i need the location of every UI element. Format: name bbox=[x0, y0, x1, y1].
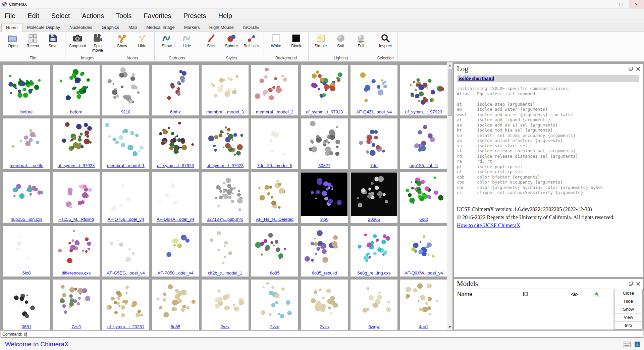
gallery-item[interactable]: AF-Q9XW...odel_v4 bbox=[400, 226, 447, 277]
gallery-item-label[interactable]: membraI..._settle bbox=[3, 163, 50, 169]
save-button[interactable]: Save bbox=[43, 33, 63, 48]
gallery-thumbnail[interactable] bbox=[301, 172, 347, 216]
gallery-item[interactable]: membraI..._settle bbox=[3, 118, 50, 169]
gallery-thumbnail[interactable] bbox=[103, 65, 149, 109]
models-float-icon[interactable] bbox=[629, 282, 633, 286]
gallery-thumbnail[interactable] bbox=[152, 226, 199, 270]
gallery-thumbnail[interactable] bbox=[400, 280, 447, 323]
menu-select[interactable]: Select bbox=[51, 12, 70, 20]
gallery-thumbnail[interactable] bbox=[152, 280, 199, 323]
gallery-thumbnail[interactable] bbox=[3, 119, 50, 162]
gallery-item[interactable]: 9118 bbox=[102, 65, 149, 115]
minimize-button[interactable]: – bbox=[598, 0, 613, 8]
gallery-thumbnail[interactable] bbox=[103, 226, 149, 270]
gallery-item-label[interactable]: membraI...model_3 bbox=[202, 109, 249, 115]
menu-presets[interactable]: Presets bbox=[183, 12, 206, 20]
scroll-down-arrow-icon[interactable] bbox=[447, 324, 452, 330]
gallery-item-label[interactable]: 7drt_20...model_5 bbox=[251, 163, 298, 169]
gallery-thumbnail[interactable] bbox=[202, 119, 248, 162]
gallery-thumbnail[interactable] bbox=[152, 172, 199, 216]
gallery-item[interactable]: uf_symm...t_97923 bbox=[53, 118, 100, 169]
gallery-item[interactable]: 6o85 bbox=[152, 280, 199, 330]
gallery-thumbnail[interactable] bbox=[3, 226, 50, 270]
models-view-button[interactable]: View bbox=[614, 313, 643, 321]
gallery-thumbnail[interactable] bbox=[103, 172, 149, 216]
show-button[interactable]: Show bbox=[112, 33, 132, 48]
gallery-item[interactable]: 2vzv bbox=[202, 280, 249, 330]
gallery-item-label[interactable]: 30827 bbox=[301, 163, 348, 169]
command-input[interactable]: Command: s bbox=[1, 331, 643, 338]
models-column-name[interactable]: Name bbox=[454, 291, 523, 298]
gallery-item[interactable]: 30827 bbox=[301, 118, 348, 169]
gallery-item-label[interactable]: 7zs9 bbox=[53, 324, 100, 330]
full-button[interactable]: Full bbox=[351, 33, 371, 48]
gallery-thumbnail[interactable] bbox=[53, 226, 99, 270]
log-close-icon[interactable] bbox=[636, 67, 640, 71]
tab-map[interactable]: Map bbox=[124, 23, 142, 32]
gallery-thumbnail[interactable] bbox=[202, 65, 248, 109]
gallery-item-label[interactable]: AF-P050...odel_v4 bbox=[152, 270, 199, 277]
tab-isolde[interactable]: ISOLDE bbox=[238, 23, 264, 32]
gallery-item-label[interactable]: 6mhz bbox=[152, 109, 199, 115]
gallery-item-label[interactable]: uf_symm...t_97923 bbox=[152, 163, 199, 169]
gallery-item[interactable]: 0651 bbox=[3, 280, 50, 330]
gallery-item[interactable]: 4ac1 bbox=[400, 280, 447, 330]
simple-button[interactable]: Simple bbox=[311, 33, 330, 48]
gallery-item[interactable]: 6e8g_re...ing.cxs bbox=[351, 226, 397, 277]
log-command-link[interactable]: isolde shorthand bbox=[457, 75, 639, 82]
log-float-icon[interactable] bbox=[629, 67, 633, 71]
gallery-item-label[interactable]: 6o85_rebuild bbox=[301, 270, 348, 277]
gallery-item[interactable]: AF-D6RA...odel_v4 bbox=[152, 172, 199, 223]
gallery-thumbnail[interactable] bbox=[3, 65, 50, 109]
gallery-thumbnail[interactable] bbox=[400, 226, 447, 270]
gallery-item[interactable]: uf_symm...t_97923 bbox=[152, 118, 199, 169]
gallery-item-label[interactable]: nup155...ion.cxs bbox=[3, 216, 50, 223]
gallery-item[interactable]: uf_symm...t_97923 bbox=[400, 65, 447, 115]
gallery-item-label[interactable]: nup155...ial_fit bbox=[400, 163, 447, 169]
gallery-item[interactable]: membraI...model_3 bbox=[202, 65, 249, 115]
gallery-thumbnail[interactable] bbox=[252, 65, 298, 109]
gallery-item-label[interactable]: uf_symm...t_20281 bbox=[102, 324, 149, 330]
gallery-thumbnail[interactable] bbox=[252, 280, 298, 323]
snapshot-button[interactable]: Snapshot bbox=[68, 33, 87, 48]
gallery-item-label[interactable]: 0651 bbox=[3, 324, 50, 330]
gallery-item[interactable]: J2713 m...pdb.mrc bbox=[202, 172, 249, 223]
gallery-item-label[interactable]: before bbox=[53, 109, 100, 115]
gallery-item-label[interactable]: before bbox=[3, 109, 50, 115]
gallery-item-label[interactable]: AF-G5EG...odel_v4 bbox=[102, 270, 149, 277]
tab-markers[interactable]: Markers bbox=[179, 23, 205, 32]
gallery-item-label[interactable]: cif2b_c...model_1 bbox=[202, 270, 249, 277]
gallery-thumbnail[interactable] bbox=[202, 172, 248, 216]
maximize-button[interactable]: □ bbox=[613, 0, 629, 8]
gallery-item[interactable]: nup155...ion.cxs bbox=[3, 172, 50, 223]
gallery-item[interactable]: 6o85 bbox=[251, 226, 298, 277]
gallery-item[interactable]: 20205 bbox=[351, 172, 397, 223]
gallery-item-label[interactable]: 9118 bbox=[102, 109, 149, 115]
gallery-item-label[interactable]: 6o85 bbox=[251, 270, 298, 277]
gallery-thumbnail[interactable] bbox=[351, 280, 397, 323]
gallery-item[interactable]: AF_Hs_N...Deleted bbox=[251, 172, 298, 223]
gallery-item-label[interactable]: 5wqw bbox=[351, 324, 397, 330]
gallery-thumbnail[interactable] bbox=[202, 280, 248, 323]
hide-button[interactable]: Hide bbox=[177, 33, 197, 48]
menu-file[interactable]: File bbox=[5, 12, 15, 20]
gallery-item[interactable]: uf_symm...t_97923 bbox=[301, 65, 348, 115]
menu-actions[interactable]: Actions bbox=[82, 12, 104, 20]
spin-movie-button[interactable]: Spin movie bbox=[88, 33, 107, 53]
gallery-thumbnail[interactable] bbox=[202, 226, 248, 270]
white-button[interactable]: White bbox=[266, 33, 286, 48]
show-button[interactable]: Show bbox=[157, 33, 176, 48]
gallery-thumbnail[interactable] bbox=[3, 172, 50, 216]
tab-graphics[interactable]: Graphics bbox=[97, 23, 124, 32]
sphere-button[interactable]: Sphere bbox=[222, 33, 241, 48]
stick-button[interactable]: Stick bbox=[202, 33, 221, 48]
gallery-item[interactable]: differences.cxs bbox=[53, 226, 100, 277]
ball-stick-button[interactable]: Ball stick bbox=[242, 33, 261, 48]
gallery-item-label[interactable]: 6out bbox=[400, 216, 447, 223]
gallery-thumbnail[interactable] bbox=[351, 65, 397, 109]
gallery-item[interactable]: before bbox=[53, 65, 100, 115]
gallery-item-label[interactable]: AF-Q9XW...odel_v4 bbox=[400, 270, 447, 277]
gallery-item-label[interactable]: 3io0 bbox=[301, 216, 348, 223]
gallery-thumbnail[interactable] bbox=[53, 172, 99, 216]
gallery-thumbnail[interactable] bbox=[3, 280, 50, 323]
